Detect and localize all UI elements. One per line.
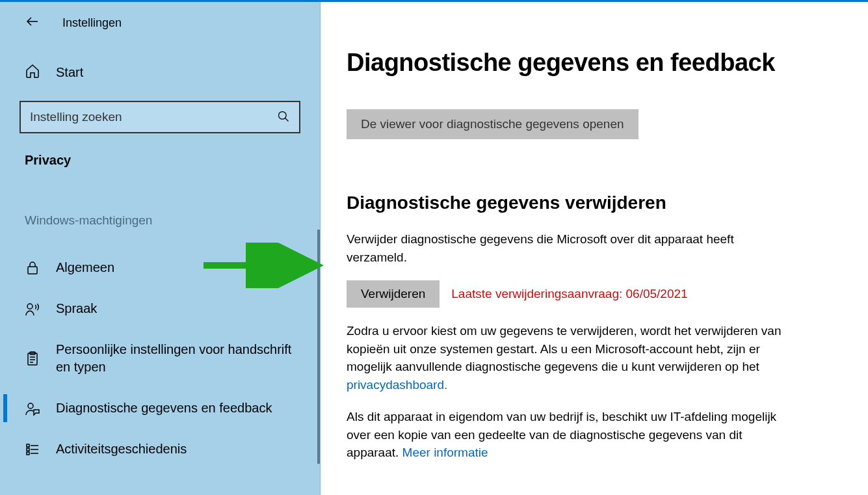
back-icon[interactable] bbox=[25, 14, 40, 32]
svg-rect-1 bbox=[28, 267, 37, 274]
page-title: Diagnostische gegevens en feedback bbox=[347, 49, 834, 77]
search-input[interactable] bbox=[30, 110, 277, 124]
enterprise-paragraph: Als dit apparaat in eigendom van uw bedr… bbox=[347, 408, 789, 462]
timeline-icon bbox=[25, 442, 40, 457]
more-info-link[interactable]: Meer informatie bbox=[402, 446, 488, 459]
search-button[interactable] bbox=[277, 110, 290, 125]
delete-row: Verwijderen Laatste verwijderingsaanvraa… bbox=[347, 280, 834, 308]
last-delete-request: Laatste verwijderingsaanvraag: 06/05/202… bbox=[451, 287, 687, 301]
sidebar-item-diagnostics[interactable]: Diagnostische gegevens en feedback bbox=[0, 388, 320, 429]
svg-point-0 bbox=[279, 111, 287, 119]
nav-label-speech: Spraak bbox=[56, 300, 97, 317]
app-title: Instellingen bbox=[62, 16, 122, 30]
category-label: Privacy bbox=[0, 153, 320, 168]
sidebar-item-activity[interactable]: Activiteitsgeschiedenis bbox=[0, 429, 320, 470]
home-label: Start bbox=[56, 65, 83, 80]
nav-label-activity: Activiteitsgeschiedenis bbox=[56, 440, 187, 458]
delete-explain-paragraph: Zodra u ervoor kiest om uw gegevens te v… bbox=[347, 322, 789, 394]
sidebar: Instellingen Start Privacy Windows-macht… bbox=[0, 2, 321, 495]
search-box[interactable] bbox=[20, 101, 300, 133]
svg-rect-6 bbox=[27, 444, 29, 447]
svg-rect-7 bbox=[27, 448, 29, 451]
privacy-dashboard-link[interactable]: privacydashboard. bbox=[347, 378, 447, 392]
sidebar-item-speech[interactable]: Spraak bbox=[0, 288, 320, 329]
para2-text: Zodra u ervoor kiest om uw gegevens te v… bbox=[347, 324, 782, 373]
svg-point-2 bbox=[27, 304, 33, 309]
feedback-icon bbox=[25, 401, 40, 416]
svg-rect-8 bbox=[27, 452, 29, 455]
lock-icon bbox=[25, 260, 40, 276]
delete-intro-text: Verwijder diagnostische gegevens die Mic… bbox=[347, 230, 789, 266]
home-button[interactable]: Start bbox=[0, 63, 320, 81]
nav-label-diagnostics: Diagnostische gegevens en feedback bbox=[56, 399, 272, 417]
delete-section-title: Diagnostische gegevens verwijderen bbox=[347, 193, 834, 213]
delete-button[interactable]: Verwijderen bbox=[347, 280, 440, 308]
titlebar: Instellingen bbox=[0, 14, 320, 32]
search-icon bbox=[277, 115, 290, 125]
home-icon bbox=[25, 63, 40, 81]
open-viewer-button[interactable]: De viewer voor diagnostische gegevens op… bbox=[347, 109, 638, 139]
nav-label-general: Algemeen bbox=[56, 259, 114, 276]
speech-icon bbox=[25, 301, 40, 317]
svg-point-5 bbox=[28, 403, 33, 408]
clipboard-icon bbox=[25, 351, 40, 366]
group-header: Windows-machtigingen bbox=[0, 213, 320, 228]
nav-label-inking: Persoonlijke instellingen voor handschri… bbox=[56, 341, 300, 376]
main-content: Diagnostische gegevens en feedback De vi… bbox=[321, 2, 860, 495]
sidebar-item-general[interactable]: Algemeen bbox=[0, 247, 320, 288]
sidebar-scrollbar[interactable] bbox=[317, 230, 320, 464]
sidebar-item-inking[interactable]: Persoonlijke instellingen voor handschri… bbox=[0, 329, 320, 388]
